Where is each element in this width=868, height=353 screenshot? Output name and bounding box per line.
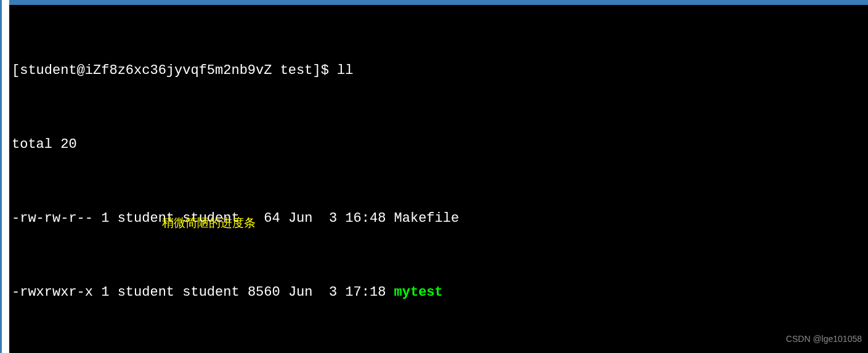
terminal-line: [student@iZf8z6xc36jyvqf5m2nb9vZ test]$ … bbox=[12, 62, 866, 80]
terminal-line: total 20 bbox=[12, 136, 866, 154]
perms: -rwxrwxr-x bbox=[12, 285, 93, 300]
time: 17:18 bbox=[345, 285, 386, 300]
size: 8560 bbox=[248, 285, 280, 300]
links: 1 bbox=[101, 211, 109, 226]
filename-executable: mytest bbox=[394, 285, 443, 300]
command-ll: ll bbox=[337, 63, 353, 78]
watermark: CSDN @lge101058 bbox=[786, 330, 862, 348]
prompt: [student@iZf8z6xc36jyvqf5m2nb9vZ test]$ bbox=[12, 63, 337, 78]
annotation-text: 稍微简陋的进度条 bbox=[162, 214, 256, 232]
links: 1 bbox=[101, 285, 109, 300]
ll-total: total 20 bbox=[12, 137, 77, 152]
time: 16:48 bbox=[345, 211, 386, 226]
window-top-border bbox=[9, 0, 868, 5]
filename: Makefile bbox=[394, 211, 460, 226]
month: Jun bbox=[288, 285, 313, 300]
owner: student bbox=[118, 285, 174, 300]
ll-row: -rwxrwxr-x 1 student student 8560 Jun 3 … bbox=[12, 283, 866, 302]
perms: -rw-rw-r-- bbox=[12, 211, 93, 226]
group: student bbox=[182, 285, 239, 300]
left-border bbox=[0, 0, 2, 353]
day: 3 bbox=[321, 211, 337, 226]
ll-row: -rw-rw-r-- 1 student student 64 Jun 3 16… bbox=[12, 209, 866, 228]
terminal-area[interactable]: [student@iZf8z6xc36jyvqf5m2nb9vZ test]$ … bbox=[9, 5, 868, 353]
day: 3 bbox=[321, 285, 337, 300]
month: Jun bbox=[288, 211, 313, 226]
